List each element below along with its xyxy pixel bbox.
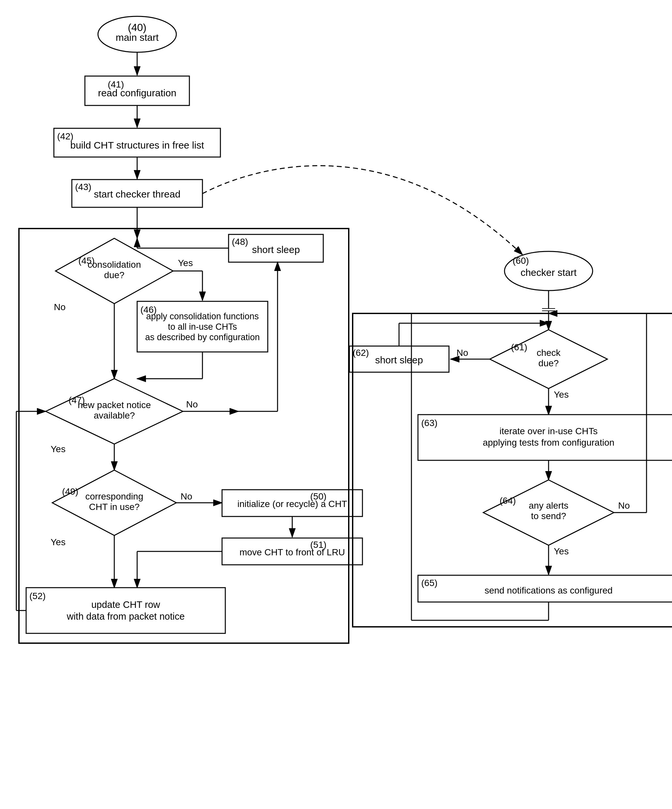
- svg-text:No: No: [54, 302, 66, 312]
- svg-text:corresponding: corresponding: [85, 491, 143, 502]
- svg-text:due?: due?: [104, 270, 124, 280]
- svg-text:No: No: [186, 399, 198, 410]
- n43-text: start checker thread: [94, 189, 180, 200]
- n65-text: send notifications as configured: [485, 585, 613, 596]
- svg-text:with data from packet notice: with data from packet notice: [66, 611, 185, 622]
- svg-text:to send?: to send?: [531, 511, 566, 521]
- svg-text:CHT in use?: CHT in use?: [89, 502, 139, 512]
- svg-text:Yes: Yes: [554, 546, 569, 556]
- svg-text:(64): (64): [500, 495, 516, 506]
- svg-text:iterate over in-use CHTs: iterate over in-use CHTs: [500, 426, 598, 436]
- n48-text: short sleep: [252, 244, 300, 255]
- n40-text: main start: [116, 32, 159, 43]
- svg-text:(43): (43): [75, 182, 91, 192]
- svg-text:(52): (52): [29, 591, 46, 601]
- svg-text:(49): (49): [62, 487, 78, 497]
- n50-text: initialize (or recycle) a CHT: [237, 499, 347, 509]
- svg-text:any alerts: any alerts: [529, 500, 568, 510]
- svg-text:(61): (61): [511, 342, 528, 352]
- n62-text: short sleep: [375, 354, 423, 365]
- svg-text:as described by configuration: as described by configuration: [145, 332, 260, 342]
- svg-text:new packet notice: new packet notice: [78, 400, 151, 410]
- svg-text:No: No: [457, 348, 468, 358]
- flowchart-diagram: (40) main start (41) read configuration …: [0, 0, 672, 809]
- n60-text: checker start: [521, 267, 577, 278]
- n51-text: move CHT to front of LRU: [239, 547, 345, 557]
- svg-text:Yes: Yes: [50, 537, 66, 547]
- svg-text:update CHT row: update CHT row: [91, 599, 161, 610]
- svg-text:Yes: Yes: [554, 389, 569, 399]
- svg-rect-60: [26, 587, 225, 633]
- svg-text:(63): (63): [421, 418, 438, 428]
- n42-text: build CHT structures in free list: [70, 140, 204, 151]
- svg-text:(65): (65): [421, 578, 438, 588]
- svg-text:No: No: [181, 491, 192, 502]
- svg-text:(60): (60): [512, 256, 529, 266]
- n41-text: read configuration: [98, 87, 176, 98]
- svg-text:apply consolidation functions: apply consolidation functions: [146, 311, 259, 321]
- svg-text:No: No: [618, 500, 630, 510]
- svg-text:due?: due?: [538, 358, 559, 368]
- svg-text:(62): (62): [353, 348, 369, 358]
- svg-text:to all in-use CHTs: to all in-use CHTs: [168, 322, 237, 332]
- svg-text:(40): (40): [128, 22, 146, 33]
- svg-text:check: check: [536, 348, 561, 358]
- svg-text:consolidation: consolidation: [87, 260, 141, 270]
- svg-text:Yes: Yes: [178, 258, 193, 268]
- svg-text:available?: available?: [94, 410, 135, 421]
- svg-text:applying tests from configurat: applying tests from configuration: [482, 438, 614, 448]
- svg-text:Yes: Yes: [50, 444, 66, 454]
- svg-text:(48): (48): [232, 237, 248, 247]
